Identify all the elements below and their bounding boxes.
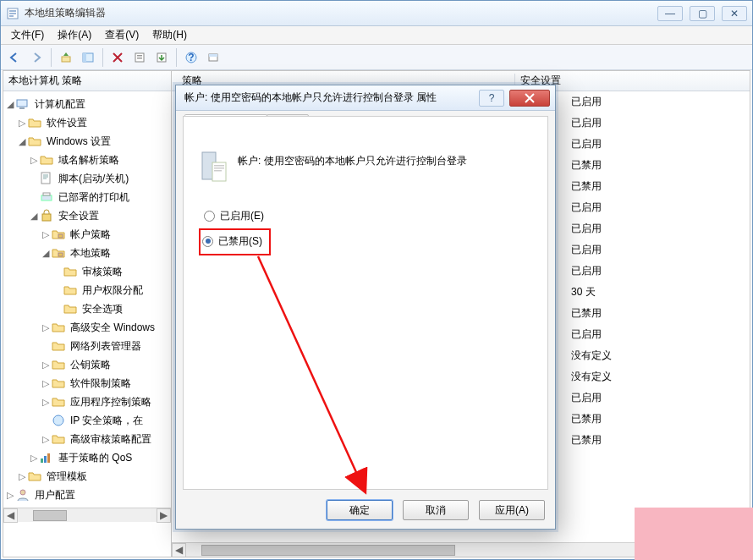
- cancel-button[interactable]: 取消: [403, 500, 469, 520]
- ipsec-icon: [52, 414, 65, 427]
- up-button[interactable]: [56, 47, 76, 68]
- folder-open-icon: [28, 135, 41, 148]
- tree-node-qos[interactable]: ▷基于策略的 QoS: [5, 448, 171, 467]
- list-value: 已禁用: [561, 179, 750, 194]
- radio-disabled-dot[interactable]: [202, 236, 213, 247]
- forward-button[interactable]: [26, 47, 47, 68]
- radio-enabled[interactable]: 已启用(E): [204, 210, 532, 222]
- radio-enabled-dot[interactable]: [204, 211, 215, 222]
- tree-node-account-policies[interactable]: ▷帐户策略: [5, 225, 171, 244]
- menu-view[interactable]: 查看(V): [100, 26, 144, 44]
- svg-rect-8: [137, 55, 142, 57]
- tree-node-admin-templates[interactable]: ▷管理模板: [5, 467, 171, 486]
- back-button[interactable]: [4, 47, 25, 68]
- list-value: 已禁用: [561, 412, 750, 426]
- svg-rect-16: [19, 107, 25, 109]
- highlight-box: 已禁用(S): [199, 228, 271, 255]
- list-value: 没有定义: [561, 370, 750, 384]
- folder-icon: [52, 432, 65, 446]
- list-value: 30 天: [561, 285, 750, 299]
- help-button[interactable]: ?: [181, 47, 201, 68]
- close-button[interactable]: ✕: [722, 6, 747, 21]
- tree-node-security-options[interactable]: 安全选项: [5, 299, 171, 318]
- dialog-titlebar[interactable]: 帐户: 使用空密码的本地帐户只允许进行控制台登录 属性 ?: [176, 85, 555, 111]
- tree-node-user-config[interactable]: ▷用户配置: [5, 486, 171, 504]
- svg-rect-31: [214, 167, 224, 169]
- dialog-body: 帐户: 使用空密码的本地帐户只允许进行控制台登录 已启用(E) 已禁用(S): [183, 116, 548, 490]
- tree-node-adv-firewall[interactable]: ▷高级安全 Windows: [5, 318, 171, 337]
- svg-rect-32: [214, 170, 222, 172]
- export-button[interactable]: [151, 47, 172, 68]
- radio-disabled[interactable]: 已禁用(S): [202, 235, 262, 247]
- list-value: 已启用: [561, 200, 750, 215]
- tree-node-public-key[interactable]: ▷公钥策略: [5, 355, 171, 374]
- folder-icon: [28, 469, 41, 483]
- tree-node-ipsec[interactable]: IP 安全策略，在: [5, 411, 171, 430]
- properties-button[interactable]: [129, 47, 150, 68]
- folder-icon: [52, 339, 65, 353]
- computer-icon: [16, 97, 30, 111]
- dialog-close-button[interactable]: [509, 90, 550, 107]
- tree-node-local-policies[interactable]: ◢本地策略: [5, 244, 171, 262]
- svg-rect-3: [9, 15, 14, 17]
- delete-button[interactable]: [107, 47, 128, 68]
- folder-icon: [52, 358, 65, 371]
- list-value: 已启用: [561, 243, 750, 257]
- tree: ◢计算机配置 ▷软件设置 ◢Windows 设置 ▷域名解析策略 脚本(启动/关…: [3, 91, 171, 508]
- dialog-title: 帐户: 使用空密码的本地帐户只允许进行控制台登录 属性: [184, 91, 479, 105]
- tree-node-audit-policy[interactable]: 审核策略: [5, 262, 171, 281]
- ok-button[interactable]: 确定: [327, 500, 393, 520]
- show-hide-tree-button[interactable]: [78, 47, 98, 68]
- folder-icon: [40, 153, 53, 167]
- folder-icon: [52, 395, 65, 409]
- tree-header: 本地计算机 策略: [3, 71, 171, 91]
- maximize-button[interactable]: ▢: [690, 6, 715, 21]
- policy-icon: [199, 151, 228, 184]
- tree-node-dns-policy[interactable]: ▷域名解析策略: [5, 151, 171, 169]
- tree-node-security-settings[interactable]: ◢安全设置: [5, 206, 171, 225]
- tree-pane: 本地计算机 策略 ◢计算机配置 ▷软件设置 ◢Windows 设置 ▷域名解析策…: [3, 70, 172, 557]
- list-value: 已启用: [561, 116, 750, 130]
- folder-icon: [52, 376, 65, 390]
- filter-button[interactable]: [203, 47, 223, 68]
- tree-node-computer-config[interactable]: ◢计算机配置: [5, 95, 171, 113]
- policy-heading: 帐户: 使用空密码的本地帐户只允许进行控制台登录: [199, 151, 532, 184]
- tree-node-network-list[interactable]: 网络列表管理器: [5, 337, 171, 355]
- svg-rect-24: [41, 458, 43, 463]
- svg-rect-21: [58, 234, 63, 238]
- tree-node-windows-settings[interactable]: ◢Windows 设置: [5, 132, 171, 151]
- menubar: 文件(F) 操作(A) 查看(V) 帮助(H): [1, 26, 752, 45]
- svg-point-23: [53, 415, 63, 425]
- list-value: 没有定义: [561, 349, 750, 363]
- menu-help[interactable]: 帮助(H): [147, 26, 192, 44]
- tree-node-deployed-printers[interactable]: 已部署的打印机: [5, 188, 171, 206]
- list-value: 已禁用: [561, 158, 750, 173]
- tree-hscroll[interactable]: ◀▶: [3, 508, 171, 522]
- tree-node-scripts[interactable]: 脚本(启动/关机): [5, 169, 171, 188]
- minimize-button[interactable]: —: [657, 6, 683, 21]
- pink-overlay: [635, 508, 753, 560]
- folder-lock-icon: [63, 265, 77, 278]
- svg-rect-2: [9, 13, 16, 14]
- tree-node-user-rights[interactable]: 用户权限分配: [5, 281, 171, 299]
- dialog-help-button[interactable]: ?: [479, 90, 504, 107]
- list-value: 已禁用: [561, 433, 750, 447]
- svg-text:?: ?: [188, 52, 194, 63]
- titlebar: 本地组策略编辑器 — ▢ ✕: [1, 1, 752, 26]
- policy-name: 帐户: 使用空密码的本地帐户只允许进行控制台登录: [238, 151, 467, 168]
- properties-dialog: 帐户: 使用空密码的本地帐户只允许进行控制台登录 属性 ? 本地安全设置 说明 …: [175, 85, 556, 530]
- svg-point-27: [20, 490, 25, 495]
- tree-node-adv-audit[interactable]: ▷高级审核策略配置: [5, 430, 171, 448]
- svg-rect-4: [62, 57, 70, 62]
- menu-action[interactable]: 操作(A): [52, 26, 96, 44]
- folder-icon: [28, 116, 41, 129]
- menu-file[interactable]: 文件(F): [6, 26, 49, 44]
- apply-button[interactable]: 应用(A): [479, 500, 545, 520]
- svg-rect-9: [137, 58, 142, 59]
- tree-node-software-settings[interactable]: ▷软件设置: [5, 113, 171, 132]
- svg-rect-30: [214, 165, 224, 167]
- tree-node-app-control[interactable]: ▷应用程序控制策略: [5, 393, 171, 411]
- list-value: 已启用: [561, 264, 750, 278]
- tree-node-software-restrict[interactable]: ▷软件限制策略: [5, 374, 171, 393]
- svg-rect-25: [44, 456, 47, 463]
